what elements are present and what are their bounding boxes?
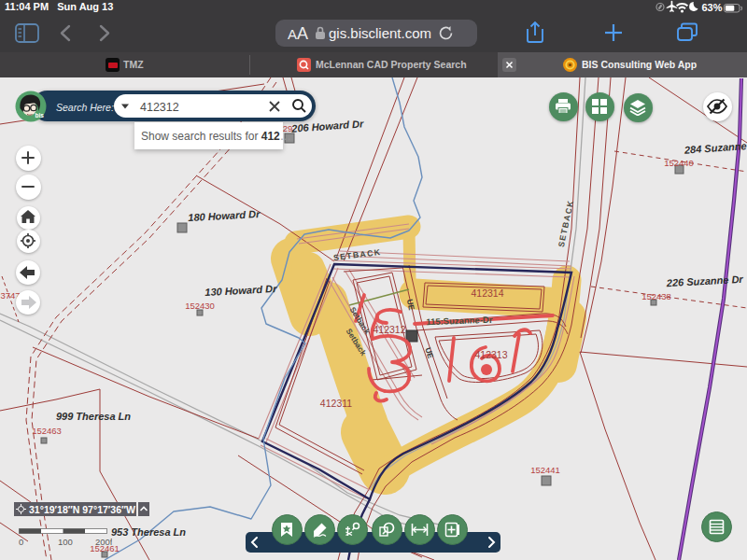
svg-text:bis: bis: [35, 112, 45, 119]
svg-text:412311: 412311: [320, 398, 352, 409]
svg-text:100: 100: [58, 537, 73, 547]
svg-text:152430: 152430: [185, 301, 215, 311]
svg-text:412312: 412312: [373, 324, 405, 335]
svg-text:953 Theresa Ln: 953 Theresa Ln: [111, 526, 186, 538]
svg-text:152440: 152440: [664, 158, 694, 168]
svg-text:412313: 412313: [474, 349, 507, 360]
svg-text:999 Theresa Ln: 999 Theresa Ln: [56, 411, 131, 422]
svg-text:0: 0: [19, 537, 23, 547]
svg-text:63%: 63%: [702, 2, 723, 13]
svg-text:200ft: 200ft: [95, 537, 112, 547]
svg-text:152463: 152463: [32, 426, 62, 436]
svg-text:152438: 152438: [641, 291, 671, 301]
svg-text:152441: 152441: [530, 465, 560, 475]
svg-text:412314: 412314: [471, 287, 503, 299]
